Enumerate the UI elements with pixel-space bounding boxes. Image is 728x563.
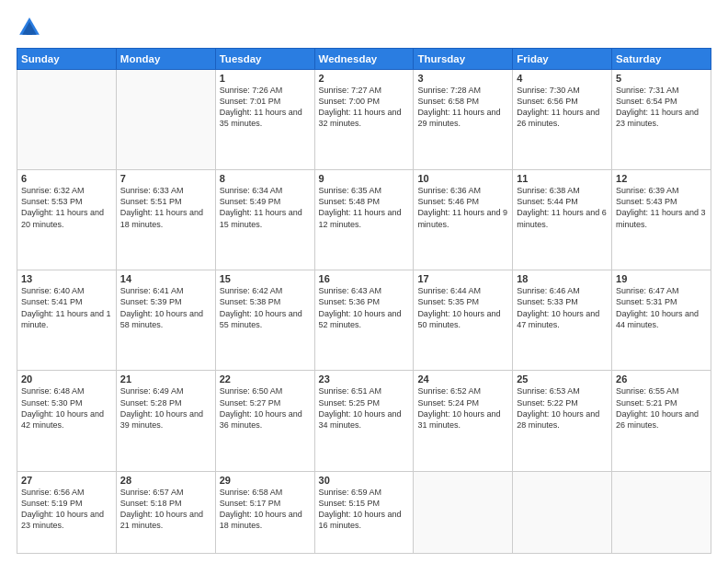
day-number: 24 (417, 373, 508, 385)
calendar-header-thursday: Thursday (414, 49, 513, 70)
calendar-header-monday: Monday (116, 49, 215, 70)
calendar-cell: 24Sunrise: 6:52 AMSunset: 5:24 PMDayligh… (414, 371, 513, 471)
calendar-cell: 30Sunrise: 6:59 AMSunset: 5:15 PMDayligh… (314, 471, 414, 553)
day-info: Sunrise: 6:52 AMSunset: 5:24 PMDaylight:… (417, 385, 508, 431)
day-number: 8 (220, 173, 311, 184)
day-info: Sunrise: 7:30 AMSunset: 6:56 PMDaylight:… (517, 85, 608, 130)
logo-icon (17, 15, 42, 40)
calendar-cell: 4Sunrise: 7:30 AMSunset: 6:56 PMDaylight… (513, 70, 612, 170)
calendar-week-2: 6Sunrise: 6:32 AMSunset: 5:53 PMDaylight… (17, 170, 711, 270)
day-number: 9 (319, 173, 410, 184)
day-info: Sunrise: 6:56 AMSunset: 5:19 PMDaylight:… (21, 487, 112, 532)
calendar-cell: 2Sunrise: 7:27 AMSunset: 7:00 PMDaylight… (314, 70, 414, 170)
calendar-cell (513, 471, 612, 553)
calendar-week-1: 1Sunrise: 7:26 AMSunset: 7:01 PMDaylight… (17, 70, 711, 170)
day-info: Sunrise: 6:38 AMSunset: 5:44 PMDaylight:… (517, 185, 608, 230)
day-number: 7 (120, 173, 211, 184)
calendar-header-row: SundayMondayTuesdayWednesdayThursdayFrid… (17, 49, 711, 70)
day-info: Sunrise: 7:27 AMSunset: 7:00 PMDaylight:… (319, 85, 410, 130)
day-info: Sunrise: 6:33 AMSunset: 5:51 PMDaylight:… (120, 185, 211, 230)
calendar-cell: 12Sunrise: 6:39 AMSunset: 5:43 PMDayligh… (612, 170, 711, 270)
calendar-cell (116, 70, 215, 170)
day-info: Sunrise: 6:51 AMSunset: 5:25 PMDaylight:… (319, 385, 410, 431)
calendar-header-saturday: Saturday (612, 49, 711, 70)
calendar-cell: 11Sunrise: 6:38 AMSunset: 5:44 PMDayligh… (513, 170, 612, 270)
day-number: 22 (220, 373, 311, 385)
calendar-table: SundayMondayTuesdayWednesdayThursdayFrid… (17, 48, 711, 554)
day-number: 1 (220, 73, 311, 84)
day-number: 23 (319, 373, 410, 385)
day-info: Sunrise: 7:31 AMSunset: 6:54 PMDaylight:… (616, 85, 707, 130)
day-number: 5 (616, 73, 707, 84)
calendar-week-5: 27Sunrise: 6:56 AMSunset: 5:19 PMDayligh… (17, 471, 711, 553)
day-number: 11 (517, 173, 608, 184)
day-number: 27 (21, 475, 112, 486)
calendar-cell: 26Sunrise: 6:55 AMSunset: 5:21 PMDayligh… (612, 371, 711, 471)
day-number: 13 (21, 273, 112, 284)
logo (17, 15, 46, 40)
day-info: Sunrise: 6:58 AMSunset: 5:17 PMDaylight:… (220, 487, 311, 532)
calendar-header-friday: Friday (513, 49, 612, 70)
calendar-cell: 19Sunrise: 6:47 AMSunset: 5:31 PMDayligh… (612, 270, 711, 371)
day-number: 2 (319, 73, 410, 84)
calendar-cell: 27Sunrise: 6:56 AMSunset: 5:19 PMDayligh… (17, 471, 117, 553)
page: SundayMondayTuesdayWednesdayThursdayFrid… (0, 0, 728, 563)
day-number: 26 (616, 373, 707, 385)
calendar-cell: 6Sunrise: 6:32 AMSunset: 5:53 PMDaylight… (17, 170, 117, 270)
day-number: 25 (517, 373, 608, 385)
calendar-cell: 1Sunrise: 7:26 AMSunset: 7:01 PMDaylight… (215, 70, 314, 170)
calendar-cell: 9Sunrise: 6:35 AMSunset: 5:48 PMDaylight… (314, 170, 414, 270)
day-number: 10 (417, 173, 508, 184)
day-info: Sunrise: 6:57 AMSunset: 5:18 PMDaylight:… (120, 487, 211, 532)
calendar-header-tuesday: Tuesday (215, 49, 314, 70)
day-number: 30 (319, 475, 410, 486)
header (17, 15, 711, 40)
day-number: 15 (220, 273, 311, 284)
calendar-cell: 22Sunrise: 6:50 AMSunset: 5:27 PMDayligh… (215, 371, 314, 471)
calendar-cell: 8Sunrise: 6:34 AMSunset: 5:49 PMDaylight… (215, 170, 314, 270)
calendar-cell: 17Sunrise: 6:44 AMSunset: 5:35 PMDayligh… (414, 270, 513, 371)
day-number: 18 (517, 273, 608, 284)
day-number: 12 (616, 173, 707, 184)
calendar-week-3: 13Sunrise: 6:40 AMSunset: 5:41 PMDayligh… (17, 270, 711, 371)
day-info: Sunrise: 6:39 AMSunset: 5:43 PMDaylight:… (616, 185, 707, 230)
calendar-cell: 23Sunrise: 6:51 AMSunset: 5:25 PMDayligh… (314, 371, 414, 471)
day-info: Sunrise: 6:44 AMSunset: 5:35 PMDaylight:… (417, 285, 508, 330)
calendar-cell: 10Sunrise: 6:36 AMSunset: 5:46 PMDayligh… (414, 170, 513, 270)
calendar-cell: 16Sunrise: 6:43 AMSunset: 5:36 PMDayligh… (314, 270, 414, 371)
calendar-week-4: 20Sunrise: 6:48 AMSunset: 5:30 PMDayligh… (17, 371, 711, 471)
day-info: Sunrise: 6:50 AMSunset: 5:27 PMDaylight:… (220, 385, 311, 431)
day-info: Sunrise: 6:36 AMSunset: 5:46 PMDaylight:… (417, 185, 508, 230)
day-info: Sunrise: 6:34 AMSunset: 5:49 PMDaylight:… (220, 185, 311, 230)
svg-rect-2 (27, 30, 32, 35)
calendar-cell: 25Sunrise: 6:53 AMSunset: 5:22 PMDayligh… (513, 371, 612, 471)
day-number: 6 (21, 173, 112, 184)
day-number: 19 (616, 273, 707, 284)
calendar-header-wednesday: Wednesday (314, 49, 414, 70)
day-number: 21 (120, 373, 211, 385)
day-info: Sunrise: 7:28 AMSunset: 6:58 PMDaylight:… (417, 85, 508, 130)
day-info: Sunrise: 7:26 AMSunset: 7:01 PMDaylight:… (220, 85, 311, 130)
calendar-cell: 21Sunrise: 6:49 AMSunset: 5:28 PMDayligh… (116, 371, 215, 471)
day-info: Sunrise: 6:35 AMSunset: 5:48 PMDaylight:… (319, 185, 410, 230)
calendar-cell: 28Sunrise: 6:57 AMSunset: 5:18 PMDayligh… (116, 471, 215, 553)
day-info: Sunrise: 6:49 AMSunset: 5:28 PMDaylight:… (120, 385, 211, 431)
calendar-cell: 20Sunrise: 6:48 AMSunset: 5:30 PMDayligh… (17, 371, 117, 471)
day-info: Sunrise: 6:59 AMSunset: 5:15 PMDaylight:… (319, 487, 410, 532)
day-info: Sunrise: 6:40 AMSunset: 5:41 PMDaylight:… (21, 285, 112, 330)
day-info: Sunrise: 6:48 AMSunset: 5:30 PMDaylight:… (21, 385, 112, 431)
day-info: Sunrise: 6:46 AMSunset: 5:33 PMDaylight:… (517, 285, 608, 330)
calendar-cell (17, 70, 117, 170)
calendar-cell: 18Sunrise: 6:46 AMSunset: 5:33 PMDayligh… (513, 270, 612, 371)
day-number: 20 (21, 373, 112, 385)
day-info: Sunrise: 6:53 AMSunset: 5:22 PMDaylight:… (517, 385, 608, 431)
calendar-cell (612, 471, 711, 553)
calendar-cell: 15Sunrise: 6:42 AMSunset: 5:38 PMDayligh… (215, 270, 314, 371)
day-number: 29 (220, 475, 311, 486)
calendar-cell: 5Sunrise: 7:31 AMSunset: 6:54 PMDaylight… (612, 70, 711, 170)
day-info: Sunrise: 6:47 AMSunset: 5:31 PMDaylight:… (616, 285, 707, 330)
day-info: Sunrise: 6:32 AMSunset: 5:53 PMDaylight:… (21, 185, 112, 230)
calendar-cell: 14Sunrise: 6:41 AMSunset: 5:39 PMDayligh… (116, 270, 215, 371)
day-number: 14 (120, 273, 211, 284)
day-info: Sunrise: 6:55 AMSunset: 5:21 PMDaylight:… (616, 385, 707, 431)
